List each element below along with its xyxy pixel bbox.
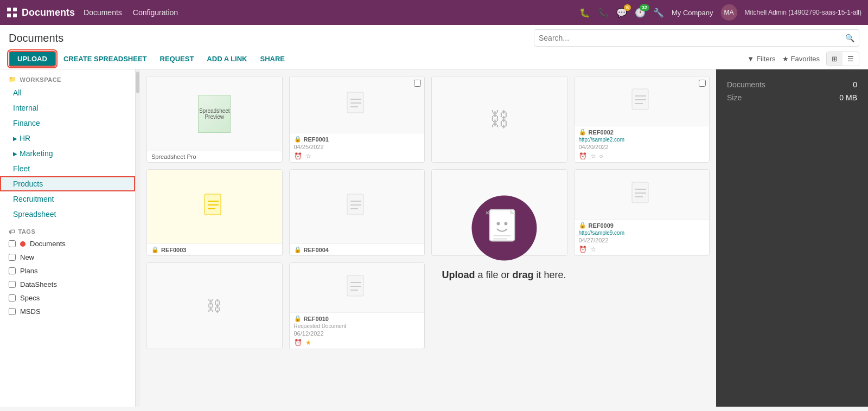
upload-button[interactable]: UPLOAD — [9, 51, 56, 67]
page-title: Documents — [9, 32, 63, 44]
phone-icon[interactable]: 📞 — [598, 8, 609, 18]
sidebar-item-marketing[interactable]: ▶ Marketing — [0, 146, 135, 161]
clock-small-icon[interactable]: ⏰ — [294, 152, 302, 160]
tag-plans-checkbox[interactable] — [9, 267, 16, 274]
sidebar-item-hr[interactable]: ▶ HR — [0, 131, 135, 146]
card-actions: ⏰ ☆ — [294, 152, 420, 160]
clock-small-icon[interactable]: ⏰ — [294, 339, 302, 346]
sidebar-item-all[interactable]: All — [0, 85, 135, 100]
card-ref: 🔒 REF0009 — [579, 222, 705, 229]
filters-label: Filters — [756, 55, 775, 63]
tag-documents[interactable]: Documents — [0, 237, 135, 251]
sidebar-item-label: HR — [20, 134, 30, 143]
tag-datasheets-checkbox[interactable] — [9, 281, 16, 288]
chat-icon[interactable]: 💬 5 — [616, 8, 627, 18]
doc-card[interactable]: 🔒 REF0003 — [146, 169, 283, 256]
doc-card[interactable]: SpreadsheetPreview Spreadsheet Pro — [146, 76, 283, 163]
star-small-icon[interactable]: ☆ — [590, 152, 596, 160]
clock-icon[interactable]: 🕐 32 — [635, 8, 646, 18]
lock-icon: 🔒 — [294, 315, 302, 322]
svg-rect-3 — [13, 14, 17, 17]
wrench-icon[interactable]: 🔧 — [653, 8, 664, 18]
chat-badge: 5 — [624, 4, 631, 11]
doc-card[interactable]: ⛓ — [431, 169, 567, 256]
bug-icon[interactable]: 🐛 — [579, 8, 590, 18]
tag-new[interactable]: New — [0, 251, 135, 264]
search-bar[interactable]: 🔍 — [534, 29, 859, 47]
doc-card[interactable]: 🔒 REF0009 http://sample9.com 04/27/2022 … — [574, 169, 710, 256]
card-checkbox[interactable] — [699, 80, 706, 87]
app-name: Documents — [22, 7, 75, 18]
document-icon — [346, 193, 368, 220]
document-yellow-icon — [203, 193, 225, 220]
clock-small-icon[interactable]: ⏰ — [579, 152, 587, 160]
doc-card[interactable]: ⛓ — [146, 262, 283, 349]
sidebar-item-label: Fleet — [13, 164, 30, 173]
doc-card[interactable]: 🔒 REF0002 http://sample2.com 04/20/2022 … — [574, 76, 710, 163]
tag-label: New — [20, 253, 34, 261]
search-icon[interactable]: 🔍 — [845, 34, 854, 42]
star-small-icon[interactable]: ☆ — [305, 152, 311, 160]
list-view-button[interactable]: ☰ — [843, 52, 859, 66]
star-filled-icon[interactable]: ★ — [305, 339, 311, 346]
doc-card[interactable]: 🔒 REF0001 04/25/2022 ⏰ ☆ — [289, 76, 425, 163]
tag-new-checkbox[interactable] — [9, 254, 16, 261]
share-button[interactable]: SHARE — [255, 52, 291, 66]
tag-specs-checkbox[interactable] — [9, 294, 16, 301]
doc-card[interactable]: 🔒 REF0010 Requested Document 06/12/2022 … — [289, 262, 425, 349]
search-input[interactable] — [539, 34, 842, 42]
doc-grid: SpreadsheetPreview Spreadsheet Pro — [140, 69, 716, 407]
card-footer: Spreadsheet Pro — [147, 151, 282, 162]
card-thumbnail — [147, 170, 282, 243]
nav-configuration[interactable]: Configuration — [133, 8, 178, 17]
card-url: http://sample9.com — [579, 230, 705, 236]
tag-msds[interactable]: MSDS — [0, 305, 135, 318]
tag-dot — [20, 241, 25, 247]
avatar[interactable]: MA — [721, 4, 737, 21]
card-thumbnail — [290, 263, 425, 312]
link-chain-icon: ⛓ — [489, 108, 509, 131]
request-button[interactable]: REQUEST — [155, 52, 200, 66]
card-thumbnail: ⛓ — [432, 76, 567, 162]
sidebar-item-recruitment[interactable]: Recruitment — [0, 191, 135, 207]
sidebar-item-products[interactable]: Products — [0, 176, 135, 191]
doc-card[interactable]: 🔒 REF0004 — [289, 169, 425, 256]
filters-button[interactable]: ▼ Filters — [747, 55, 775, 63]
sidebar-item-internal[interactable]: Internal — [0, 100, 135, 115]
doc-card[interactable]: ⛓ — [431, 76, 567, 163]
user-name: Mitchell Admin (14902790-saas-15-1-all) — [745, 9, 861, 16]
sidebar-item-label: All — [13, 88, 22, 97]
sidebar-item-label: Products — [13, 179, 43, 188]
tag-msds-checkbox[interactable] — [9, 308, 16, 315]
create-spreadsheet-button[interactable]: CREATE SPREADSHEET — [58, 52, 152, 66]
grid-view-button[interactable]: ⊞ — [827, 52, 843, 66]
favorites-button[interactable]: ★ Favorites — [782, 55, 820, 63]
add-link-button[interactable]: ADD A LINK — [201, 52, 252, 66]
sidebar-item-spreadsheet[interactable]: Spreadsheet — [0, 207, 135, 222]
right-panel: Documents 0 Size 0 MB — [716, 69, 868, 407]
tag-plans[interactable]: Plans — [0, 264, 135, 278]
tag-specs[interactable]: Specs — [0, 291, 135, 305]
card-checkbox[interactable] — [414, 80, 421, 87]
star-small-icon[interactable]: ☆ — [590, 246, 596, 253]
circle-icon[interactable]: ○ — [599, 152, 603, 160]
lock-icon: 🔒 — [579, 129, 586, 136]
sidebar-scrollbar[interactable] — [136, 69, 140, 407]
card-date: 04/25/2022 — [294, 144, 420, 150]
app-logo[interactable]: Documents — [7, 7, 75, 18]
documents-value: 0 — [853, 80, 857, 89]
card-ref: 🔒 REF0003 — [151, 246, 278, 253]
stat-documents: Documents 0 — [727, 80, 857, 89]
card-footer: 🔒 REF0009 http://sample9.com 04/27/2022 … — [575, 219, 710, 255]
card-url: http://sample2.com — [579, 137, 705, 143]
sidebar-item-finance[interactable]: Finance — [0, 115, 135, 131]
sidebar-item-fleet[interactable]: Fleet — [0, 161, 135, 176]
spreadsheet-label: SpreadsheetPreview — [199, 108, 230, 120]
tag-documents-checkbox[interactable] — [9, 240, 16, 247]
clock-small-icon[interactable]: ⏰ — [579, 246, 587, 253]
svg-rect-2 — [7, 14, 11, 17]
workspace-section: 📁 WORKSPACE — [0, 69, 135, 85]
arrow-icon: ▶ — [13, 151, 17, 157]
tag-datasheets[interactable]: DataSheets — [0, 278, 135, 291]
nav-documents[interactable]: Documents — [84, 8, 122, 17]
